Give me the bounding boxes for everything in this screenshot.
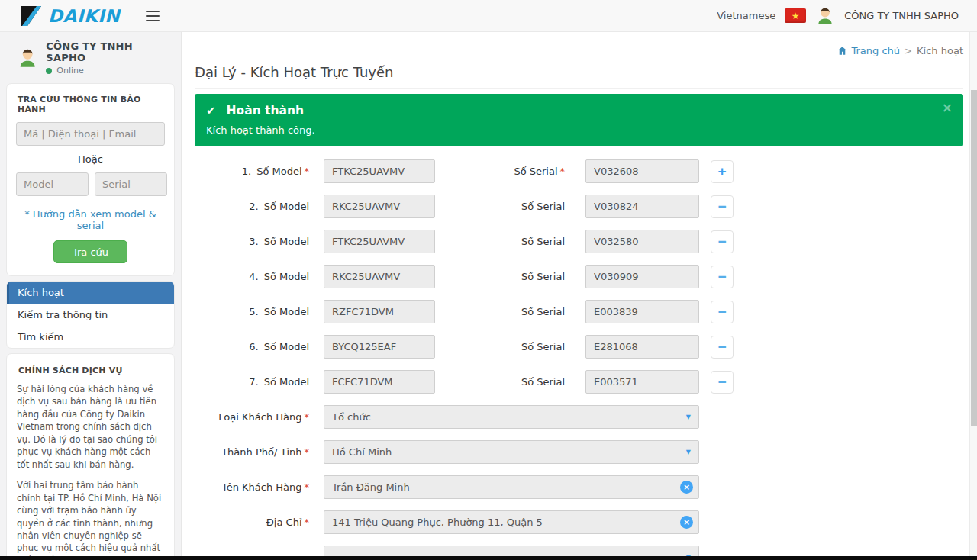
search-button[interactable]: Tra cứu bbox=[53, 240, 127, 263]
online-status-icon bbox=[46, 68, 52, 74]
service-policy-panel: CHÍNH SÁCH DỊCH VỤ Sự hài lòng của khách… bbox=[6, 353, 175, 560]
model-serial-guide-link[interactable]: * Hướng dẫn xem model & serial bbox=[16, 208, 165, 231]
serial-input[interactable] bbox=[585, 159, 699, 183]
breadcrumb-current: Kích hoạt bbox=[917, 45, 963, 56]
product-row-6: 6.Số Model Số Serial − bbox=[195, 335, 963, 359]
warranty-search-panel: TRA CỨU THÔNG TIN BẢO HÀNH Hoặc * Hướng … bbox=[6, 83, 175, 276]
product-row-7: 7.Số Model Số Serial − bbox=[195, 370, 963, 394]
city-select[interactable]: Hồ Chí Minh bbox=[324, 440, 699, 464]
serial-input[interactable] bbox=[585, 300, 699, 323]
customer-name-row: Tên Khách Hàng* × bbox=[195, 475, 963, 499]
remove-row-button[interactable]: − bbox=[711, 195, 734, 218]
home-icon bbox=[837, 46, 847, 56]
remove-row-button[interactable]: − bbox=[711, 266, 734, 288]
vertical-scrollbar bbox=[969, 32, 977, 560]
model-input[interactable] bbox=[324, 159, 435, 183]
product-row-3: 3.Số Model Số Serial − bbox=[195, 230, 963, 253]
minus-icon: − bbox=[717, 304, 726, 319]
user-status: Online bbox=[46, 66, 169, 76]
address-row: Địa Chỉ* × bbox=[195, 510, 963, 534]
serial-input[interactable] bbox=[585, 265, 699, 288]
serial-input[interactable] bbox=[585, 370, 699, 394]
model-input[interactable] bbox=[324, 370, 435, 394]
alert-message: Kích hoạt thành công. bbox=[206, 124, 952, 136]
daikin-warranty-app: DAIKIN Vietnamese ★ CÔNG TY TNHH SAPHO bbox=[0, 0, 977, 560]
scrollbar-thumb[interactable] bbox=[971, 90, 977, 426]
serial-input[interactable] bbox=[585, 335, 699, 359]
product-row-1: 1.Số Model* Số Serial* + bbox=[195, 159, 963, 183]
address-input[interactable] bbox=[324, 510, 699, 534]
minus-icon: − bbox=[717, 340, 726, 354]
model-input[interactable] bbox=[324, 195, 435, 218]
sidebar-item-kich-hoat[interactable]: Kích hoạt bbox=[7, 282, 174, 304]
check-icon: ✔ bbox=[206, 104, 216, 117]
clear-icon[interactable]: × bbox=[680, 516, 693, 529]
close-icon[interactable]: × bbox=[942, 101, 953, 114]
main-content: Trang chủ > Kích hoạt Đại Lý - Kích Hoạt… bbox=[182, 32, 977, 560]
remove-row-button[interactable]: − bbox=[711, 301, 734, 323]
serial-search-input[interactable] bbox=[95, 172, 167, 196]
model-input[interactable] bbox=[324, 230, 435, 253]
product-row-4: 4.Số Model Số Serial − bbox=[195, 265, 963, 288]
policy-title: CHÍNH SÁCH DỊCH VỤ bbox=[18, 365, 164, 375]
activation-form: ✔ Hoàn thành Kích hoạt thành công. × 1.S… bbox=[195, 88, 963, 560]
customer-name-input[interactable] bbox=[324, 475, 699, 499]
customer-type-row: Loại Khách Hàng* Tổ chức ▼ bbox=[195, 405, 963, 429]
topbar-right: Vietnamese ★ CÔNG TY TNHH SAPHO bbox=[717, 6, 959, 26]
hamburger-icon[interactable] bbox=[146, 11, 160, 21]
sidebar-user-panel: CÔNG TY TNHH SAPHO Online bbox=[0, 32, 181, 83]
daikin-logo-icon bbox=[21, 6, 44, 26]
city-row: Thành Phố/ Tỉnh* Hồ Chí Minh ▼ bbox=[195, 440, 963, 464]
breadcrumb-home-link[interactable]: Trang chủ bbox=[837, 45, 900, 56]
sidebar-item-kiem-tra-thong-tin[interactable]: Kiểm tra thông tin bbox=[7, 304, 174, 326]
minus-icon: − bbox=[717, 199, 726, 214]
customer-type-select[interactable]: Tổ chức bbox=[324, 405, 699, 429]
minus-icon: − bbox=[717, 375, 726, 389]
clear-icon[interactable]: × bbox=[680, 481, 693, 494]
product-row-5: 5.Số Model Số Serial − bbox=[195, 300, 963, 323]
serial-input[interactable] bbox=[585, 230, 699, 253]
language-selector[interactable]: Vietnamese bbox=[717, 10, 775, 21]
topbar: DAIKIN Vietnamese ★ CÔNG TY TNHH SAPHO bbox=[0, 0, 977, 32]
keyword-search-input[interactable] bbox=[16, 122, 165, 146]
sidebar: CÔNG TY TNHH SAPHO Online TRA CỨU THÔNG … bbox=[0, 32, 182, 560]
sidebar-item-tim-kiem[interactable]: Tìm kiếm bbox=[7, 326, 174, 348]
minus-icon: − bbox=[717, 234, 726, 249]
brand-name: DAIKIN bbox=[48, 6, 120, 26]
daikin-logo[interactable]: DAIKIN bbox=[21, 6, 120, 26]
topbar-user-name[interactable]: CÔNG TY TNHH SAPHO bbox=[844, 10, 959, 21]
bottom-edge-bar bbox=[0, 556, 977, 560]
model-search-input[interactable] bbox=[16, 172, 89, 196]
page-title: Đại Lý - Kích Hoạt Trực Tuyến bbox=[195, 64, 963, 80]
search-panel-title: TRA CỨU THÔNG TIN BẢO HÀNH bbox=[18, 95, 165, 114]
sidebar-menu: Kích hoạt Kiểm tra thông tin Tìm kiếm bbox=[6, 281, 175, 349]
model-input[interactable] bbox=[324, 300, 435, 323]
vietnam-flag-icon[interactable]: ★ bbox=[785, 8, 806, 23]
remove-row-button[interactable]: − bbox=[711, 336, 734, 359]
model-input[interactable] bbox=[324, 335, 435, 359]
or-label: Hoặc bbox=[16, 153, 165, 165]
model-input[interactable] bbox=[324, 265, 435, 288]
add-row-button[interactable]: + bbox=[711, 160, 734, 183]
policy-paragraph: Sự hài lòng của khách hàng về dịch vụ sa… bbox=[17, 383, 164, 471]
alert-title: ✔ Hoàn thành bbox=[206, 104, 952, 117]
sidebar-avatar bbox=[17, 47, 38, 69]
breadcrumb: Trang chủ > Kích hoạt bbox=[195, 32, 963, 58]
plus-icon: + bbox=[717, 164, 726, 179]
remove-row-button[interactable]: − bbox=[711, 230, 734, 253]
minus-icon: − bbox=[717, 269, 726, 284]
policy-paragraph: Với hai trung tâm bảo hành chính tại TP.… bbox=[17, 479, 164, 560]
sidebar-user-name: CÔNG TY TNHH SAPHO bbox=[46, 40, 169, 63]
remove-row-button[interactable]: − bbox=[711, 371, 734, 394]
breadcrumb-separator: > bbox=[904, 46, 912, 56]
serial-input[interactable] bbox=[585, 195, 699, 218]
user-avatar[interactable] bbox=[815, 6, 835, 26]
success-alert: ✔ Hoàn thành Kích hoạt thành công. × bbox=[195, 94, 963, 146]
product-row-2: 2.Số Model Số Serial − bbox=[195, 195, 963, 218]
